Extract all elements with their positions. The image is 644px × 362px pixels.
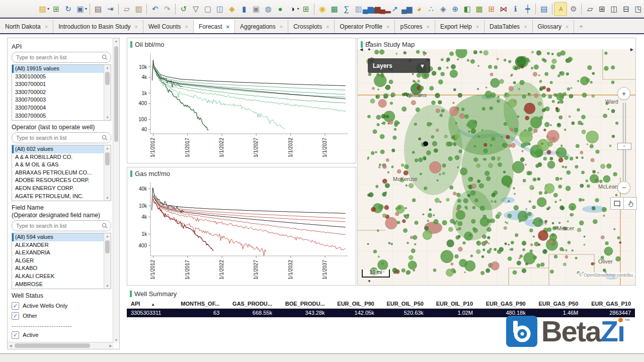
tab-pscores[interactable]: pScores×	[395, 20, 435, 33]
add-data-tables-icon[interactable]: ⊞	[50, 3, 62, 16]
tab-crossplots[interactable]: Crossplots×	[288, 20, 335, 33]
pan-left-icon[interactable]: ◀	[360, 47, 363, 52]
scroll-down-icon[interactable]: ▼	[113, 337, 119, 343]
list-item[interactable]: 3300700005	[12, 112, 104, 120]
copy-icon[interactable]: ▱	[120, 3, 132, 16]
list-item[interactable]: AGATE PETROLEUM, INC.	[12, 193, 104, 201]
list-item[interactable]: ALGER	[12, 257, 104, 265]
checkbox-row-active[interactable]: ✓Active	[12, 330, 111, 340]
column-header-eur-oil-p10[interactable]: EUR_OIL_P10	[428, 300, 477, 309]
list-item[interactable]: 3300700004	[12, 104, 104, 112]
list-item[interactable]: 3300700001	[12, 80, 104, 88]
list-item[interactable]: (All) 594 values	[12, 233, 104, 241]
tab-close-icon[interactable]: ×	[280, 24, 283, 30]
tab-close-icon[interactable]: ×	[566, 24, 569, 30]
open-file-icon[interactable]: ▨	[36, 3, 48, 16]
scroll-left-icon[interactable]: ◀	[8, 342, 14, 349]
reset-all-filters-icon[interactable]: ↺	[178, 3, 190, 16]
text-area-icon[interactable]: ▤	[538, 3, 550, 16]
column-header-eur-gas-p10[interactable]: EUR_GAS_P10	[582, 300, 635, 309]
scatter-plot-icon[interactable]: ∴	[425, 3, 437, 16]
list-item[interactable]: A & A ROBILLARD CO.	[12, 153, 104, 161]
scrollbar-thumb[interactable]	[105, 72, 110, 85]
contrast-icon[interactable]: ◑	[286, 3, 298, 16]
tab-close-icon[interactable]: ×	[427, 24, 430, 30]
column-header-eur-oil-p90[interactable]: EUR_OIL_P90	[329, 300, 378, 309]
scroll-up-icon[interactable]: ▲	[104, 65, 111, 70]
histogram-icon[interactable]: ▆▄▂	[376, 3, 388, 16]
summary-table-icon[interactable]: ∑	[340, 3, 352, 16]
add-tab-button[interactable]: +	[574, 20, 588, 33]
checkbox[interactable]: ✓	[12, 331, 19, 339]
pan-up-icon[interactable]: ▲	[367, 40, 371, 44]
checkbox[interactable]: ✓	[12, 302, 19, 310]
document-properties-gear-icon[interactable]: ⚙	[567, 3, 579, 16]
tab-close-icon[interactable]: ×	[135, 24, 138, 30]
filter-listbox[interactable]: (All) 594 valuesALEXANDERALEXANDRIAALGER…	[12, 233, 111, 289]
trellis-grid-icon[interactable]: ⊞	[485, 3, 497, 16]
scatter-3d-icon[interactable]: ◈	[437, 3, 449, 16]
filters-icon[interactable]: ▽	[190, 3, 202, 16]
pan-right-icon[interactable]: ▶	[630, 47, 633, 52]
parallel-coordinate-plot-icon[interactable]: ⋈	[497, 3, 509, 16]
undo-icon[interactable]: ↶	[149, 3, 161, 16]
cascade-windows-icon[interactable]: ▱	[584, 3, 596, 16]
box-plot-icon[interactable]: ┿	[521, 3, 533, 16]
tile-all-icon[interactable]: ⊞	[596, 3, 608, 16]
heat-map-icon[interactable]: ▩	[473, 3, 485, 16]
list-item[interactable]: ALEXANDER	[12, 241, 104, 249]
comment-icon[interactable]: ●	[274, 3, 286, 16]
tab-close-icon[interactable]: ×	[45, 24, 48, 30]
list-item[interactable]: ADOBE RESOURCES CORP.	[12, 176, 104, 185]
tab-operator-profile[interactable]: Operator Profile×	[335, 20, 395, 33]
list-scrollbar[interactable]: ▲▼	[104, 65, 111, 120]
maximize-visualization-icon[interactable]: ◳	[632, 3, 644, 16]
column-header-gas-produ-[interactable]: GAS_PRODU...	[223, 300, 276, 309]
tab-close-icon[interactable]: ×	[476, 24, 479, 30]
combination-chart-icon[interactable]: ▄▆	[400, 3, 413, 16]
tab-north-dakota[interactable]: North Dakota×	[0, 20, 53, 33]
zoom-slider-handle[interactable]: −	[617, 143, 631, 150]
export-icon[interactable]: ⇥	[104, 3, 116, 16]
list-item[interactable]: 3300700002	[12, 88, 104, 97]
details-on-demand-icon[interactable]: ℹ	[509, 3, 521, 16]
search-input[interactable]	[15, 54, 102, 61]
print-icon[interactable]: ▤	[92, 3, 104, 16]
list-item[interactable]: 3300700003	[12, 96, 104, 104]
tab-close-icon[interactable]: ×	[185, 24, 188, 30]
scrollbar-thumb[interactable]	[105, 240, 110, 253]
tab-well-counts[interactable]: Well Counts×	[143, 20, 194, 33]
list-item[interactable]: AEON ENERGY CORP.	[12, 185, 104, 193]
line-chart-icon[interactable]: ↗	[388, 3, 400, 16]
graphical-table-icon[interactable]: ▦	[328, 3, 340, 16]
list-item[interactable]: A & M OIL & GAS	[12, 161, 104, 169]
tab-forecast[interactable]: Forecast×	[194, 20, 235, 33]
pie-chart-icon[interactable]: ◕	[413, 3, 425, 16]
scrollbar-thumb[interactable]	[114, 46, 118, 142]
zoom-in-button[interactable]: +	[617, 87, 630, 100]
recommendations-lightbulb-icon[interactable]: ◉	[316, 3, 328, 16]
list-item[interactable]: ALKABO	[12, 264, 104, 273]
tab-datatables[interactable]: DataTables×	[485, 20, 532, 33]
filter-listbox[interactable]: (All) 602 valuesA & A ROBILLARD CO.A & M…	[12, 145, 111, 201]
tab-introduction-to-basin-study[interactable]: Introduction to Basin Study×	[53, 20, 143, 33]
scroll-down-icon[interactable]: ▼	[104, 195, 111, 201]
organize-visualizations-icon[interactable]: ◫	[214, 3, 226, 16]
scroll-down-icon[interactable]: ▼	[104, 283, 111, 289]
column-header-boe-produ-[interactable]: BOE_PRODU...	[276, 300, 329, 309]
column-header-eur-gas-p50[interactable]: EUR_GAS_P50	[530, 300, 583, 309]
save-icon[interactable]: ▣	[74, 3, 86, 16]
zoom-out-button[interactable]: −	[617, 181, 630, 194]
pan-hand-tool[interactable]	[623, 197, 637, 210]
basin-map-canvas[interactable]: WilliamsWardMcKenzieMcLeanMercerOliver	[358, 49, 635, 285]
scroll-down-icon[interactable]: ▼	[104, 115, 111, 120]
scroll-right-icon[interactable]: ▶	[108, 342, 114, 349]
oil-chart-plot[interactable]: 10k4k1k400100401/1/20121/1/20171/1/20221…	[127, 49, 355, 163]
checkbox-row-other[interactable]: ✓Other	[12, 311, 111, 321]
tab-aggregations[interactable]: Aggregations×	[235, 20, 288, 33]
column-header-months-of-[interactable]: MONTHS_OF...	[172, 300, 223, 309]
list-item[interactable]: (All) 19915 values	[12, 65, 104, 73]
treemap-icon[interactable]: ◧	[461, 3, 473, 16]
tab-glossary[interactable]: Glossary×	[533, 20, 575, 33]
column-header-api[interactable]: API▲	[127, 300, 172, 309]
